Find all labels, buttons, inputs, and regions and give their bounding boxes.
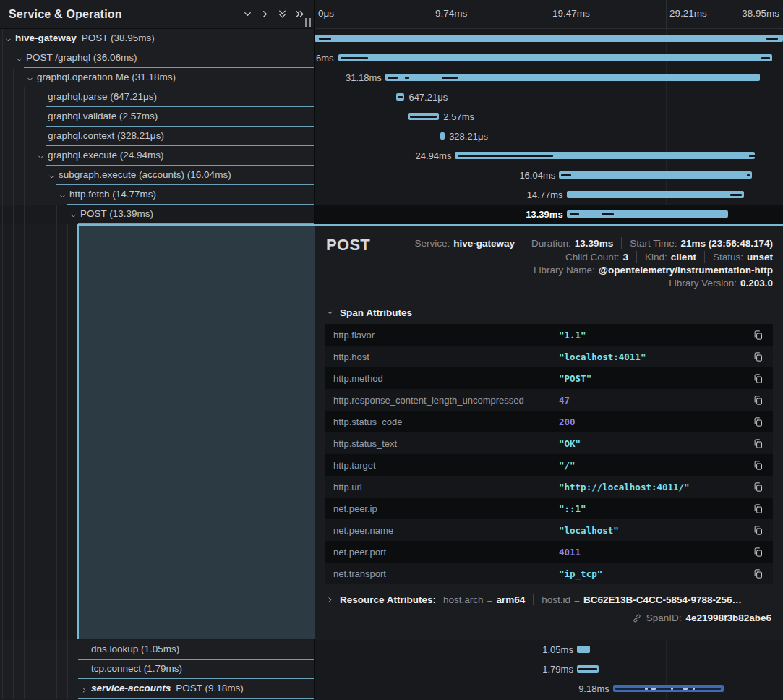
- tree-row[interactable]: hive-gatewayPOST (38.95ms): [0, 29, 314, 48]
- expand-children-icon[interactable]: [256, 6, 273, 23]
- copy-icon[interactable]: [751, 458, 764, 471]
- tree-row[interactable]: dns.lookup (1.05ms): [0, 640, 314, 660]
- chevron-down-icon[interactable]: [48, 171, 56, 179]
- timeline-row[interactable]: 24.94ms: [315, 146, 783, 166]
- span-duration-bar[interactable]: [559, 171, 752, 179]
- timeline-row[interactable]: 1.79ms: [315, 660, 783, 679]
- timeline-row[interactable]: 1.05ms: [315, 640, 783, 660]
- child-span-mark: [442, 77, 457, 79]
- tree-row[interactable]: graphql.execute (24.94ms): [0, 146, 314, 166]
- indent-guide: [35, 640, 35, 660]
- attribute-value: "POST": [559, 373, 751, 384]
- operation-name: subgraph.execute (accounts) (16.04ms): [59, 169, 231, 180]
- copy-icon[interactable]: [751, 502, 764, 515]
- indent-guide: [67, 224, 68, 640]
- resource-attributes-row[interactable]: Resource Attributes: host.arch=arm64host…: [326, 594, 771, 605]
- operation-name: graphql.parse (647.21μs): [48, 91, 157, 102]
- attribute-row: net.transport"ip_tcp": [325, 563, 773, 584]
- timeline-row[interactable]: 6ms: [315, 48, 783, 68]
- tree-row[interactable]: POST (13.39ms): [0, 205, 314, 224]
- attribute-key: http.flavor: [333, 330, 559, 341]
- timeline-row[interactable]: 31.18ms: [315, 68, 783, 88]
- detail-meta-row: Library Name:@opentelemetry/instrumentat…: [534, 265, 773, 276]
- timeline-row[interactable]: 9.18ms: [315, 679, 783, 699]
- span-duration-bar[interactable]: [338, 54, 772, 61]
- tree-row[interactable]: POST /graphql (36.06ms): [0, 48, 314, 68]
- resource-key: host.arch: [443, 594, 484, 605]
- span-duration-bar[interactable]: [567, 191, 745, 198]
- meta-value: 21ms (23:56:48.174): [680, 238, 773, 249]
- copy-icon[interactable]: [751, 350, 764, 363]
- timeline-row[interactable]: 647.21μs: [315, 88, 783, 107]
- span-attributes-toggle[interactable]: Span Attributes: [326, 307, 771, 318]
- detail-meta-item: Duration:13.39ms: [531, 238, 613, 249]
- copy-icon[interactable]: [751, 328, 764, 341]
- timeline-row[interactable]: 328.21μs: [315, 127, 783, 146]
- copy-icon[interactable]: [751, 524, 764, 537]
- axis-gridline: [549, 0, 549, 28]
- tree-row[interactable]: graphql.validate (2.57ms): [0, 107, 314, 127]
- attribute-row: http.host"localhost:4011": [325, 346, 773, 367]
- chevron-down-icon[interactable]: [15, 54, 24, 62]
- detail-meta-item: Library Name:@opentelemetry/instrumentat…: [534, 265, 773, 276]
- tree-row[interactable]: tcp.connect (1.79ms): [0, 660, 314, 679]
- chevron-down-icon[interactable]: [26, 73, 35, 82]
- span-duration-bar[interactable]: [315, 35, 783, 42]
- child-span-mark: [410, 116, 437, 118]
- trace-viewer: Service & Operation hive-gatewayPOST (38…: [0, 0, 783, 700]
- meta-label: Status:: [713, 252, 743, 262]
- tree-row[interactable]: http.fetch (14.77ms): [0, 185, 314, 205]
- copy-icon[interactable]: [751, 437, 764, 450]
- timeline-row[interactable]: 14.77ms: [315, 185, 783, 205]
- tree-row[interactable]: graphql.operation Me (31.18ms): [0, 68, 314, 88]
- indent-guide: [24, 679, 25, 699]
- tree-row[interactable]: graphql.context (328.21μs): [0, 127, 314, 146]
- indent-guide: [35, 224, 35, 640]
- span-name-label: subgraph.execute (accounts) (16.04ms): [59, 169, 231, 180]
- copy-icon[interactable]: [751, 567, 764, 580]
- copy-icon[interactable]: [751, 545, 764, 558]
- span-name-label: http.fetch (14.77ms): [69, 189, 156, 200]
- detail-meta-item: Library Version:0.203.0: [669, 278, 773, 289]
- indent-guide: [2, 68, 3, 88]
- tree-row[interactable]: subgraph.execute (accounts) (16.04ms): [0, 166, 314, 185]
- collapse-all-icon[interactable]: [273, 6, 291, 23]
- link-icon[interactable]: [632, 613, 642, 623]
- timeline-row[interactable]: 13.39ms: [315, 205, 783, 224]
- collapse-children-icon[interactable]: [239, 6, 256, 23]
- attribute-value: "/": [559, 460, 751, 471]
- duration-label: 1.79ms: [542, 664, 573, 675]
- span-duration-bar[interactable]: [440, 132, 445, 140]
- timeline-row[interactable]: [315, 29, 783, 48]
- tree-row[interactable]: service-accountsPOST (9.18ms): [0, 679, 314, 699]
- indent-guide: [24, 640, 25, 660]
- copy-icon[interactable]: [751, 393, 764, 406]
- indent-guide: [2, 660, 3, 679]
- chevron-down-icon[interactable]: [59, 190, 67, 199]
- operation-name: graphql.execute (24.94ms): [48, 150, 164, 161]
- resource-value: BC62E13B-C4CC-5854-9788-256…: [583, 594, 742, 605]
- tree-row[interactable]: graphql.parse (647.21μs): [0, 88, 314, 107]
- span-id-label: SpanID:: [646, 612, 682, 623]
- service-name: service-accounts: [91, 683, 171, 693]
- attribute-value: 200: [559, 417, 751, 427]
- span-detail-title: POST: [326, 234, 370, 289]
- indent-guide: [13, 127, 14, 146]
- copy-icon[interactable]: [751, 372, 764, 385]
- timeline-row[interactable]: 2.57ms: [315, 107, 783, 127]
- copy-icon[interactable]: [751, 480, 764, 493]
- chevron-down-icon[interactable]: [4, 34, 13, 43]
- chevron-down-icon[interactable]: [69, 210, 78, 218]
- resource-value: arm64: [496, 594, 525, 605]
- chevron-down-icon[interactable]: [37, 151, 46, 160]
- timeline-row[interactable]: 16.04ms: [315, 166, 783, 185]
- indent-guide: [2, 127, 3, 146]
- panel-resize-handle[interactable]: [305, 18, 311, 27]
- child-span-mark: [615, 688, 721, 690]
- copy-icon[interactable]: [751, 415, 764, 428]
- attribute-row: http.status_text"OK": [325, 432, 773, 454]
- span-duration-bar[interactable]: [567, 210, 728, 218]
- indent-guide: [2, 48, 3, 68]
- span-duration-bar[interactable]: [577, 646, 590, 653]
- chevron-right-icon[interactable]: [80, 684, 89, 693]
